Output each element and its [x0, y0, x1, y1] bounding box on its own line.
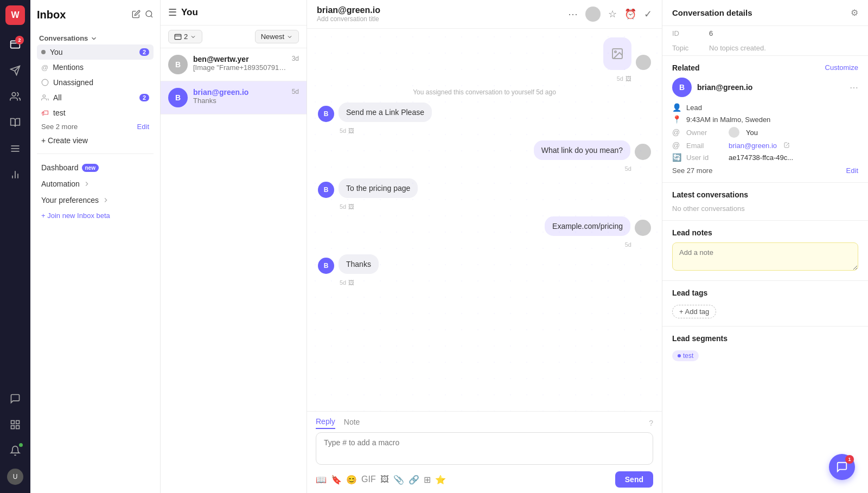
msg-time-2: 5d [340, 127, 346, 134]
chart-nav-icon[interactable] [4, 164, 26, 185]
icon-bar: W 2 U [0, 0, 30, 493]
sidebar-item-mentions[interactable]: @ Mentions [37, 60, 154, 75]
inbox-badge: 2 [15, 36, 24, 44]
contact-edit[interactable]: Edit [846, 167, 858, 175]
rp-add-tag[interactable]: + Add tag [672, 305, 716, 318]
more-options-icon[interactable]: ⋯ [568, 8, 578, 20]
rp-contact-name[interactable]: brian@green.io [697, 83, 844, 92]
msg-row-5: Example.com/pricing [318, 216, 651, 236]
rp-detail-location: 📍 9:43AM in Malmo, Sweden [672, 113, 858, 125]
gif-toolbar-icon[interactable]: GIF [361, 475, 376, 484]
edit-text[interactable]: Edit [137, 123, 149, 131]
msg-avatar-5 [635, 220, 651, 236]
conv-avatar-brian: B [168, 88, 188, 107]
check-icon[interactable]: ✓ [644, 8, 652, 20]
sidebar-beta[interactable]: + Join new Inbox beta [37, 208, 154, 223]
conv-filter-bar: 2 Newest [161, 25, 307, 48]
sidebar-dashboard[interactable]: Dashboard new [37, 159, 154, 176]
conv-count: 2 [184, 33, 188, 41]
rp-contact-menu-icon[interactable]: ⋯ [850, 82, 858, 93]
svg-point-17 [43, 95, 46, 98]
email-value[interactable]: brian@green.io [729, 142, 777, 150]
compose-icon[interactable] [132, 10, 141, 21]
clock-icon[interactable]: ⏰ [624, 8, 636, 20]
star-toolbar-icon[interactable]: ⭐ [435, 475, 446, 485]
sidebar-item-test[interactable]: 🏷 test [37, 105, 154, 120]
sidebar-divider [37, 153, 154, 154]
customize-label[interactable]: Customize [825, 63, 858, 72]
inbox-nav-icon[interactable]: 2 [4, 34, 26, 55]
svg-point-14 [146, 11, 152, 17]
book-toolbar-icon[interactable]: 📖 [316, 475, 327, 485]
msg-bubble-1 [603, 37, 631, 70]
sidebar-automation[interactable]: Automation [37, 176, 154, 192]
user-avatar-icon[interactable]: U [4, 466, 26, 488]
chat-bubble-icon[interactable] [4, 388, 26, 409]
rp-detail-owner: @ Owner You [672, 125, 858, 139]
book-nav-icon[interactable] [4, 112, 26, 133]
msg-avatar-3 [635, 144, 651, 160]
lead-note-input[interactable] [672, 242, 858, 271]
msg-avatar-2: B [318, 106, 334, 122]
sort-label: Newest [261, 33, 284, 41]
svg-point-16 [42, 79, 48, 86]
chat-subtitle[interactable]: Add conversation title [317, 15, 563, 23]
conv-item-brian[interactable]: B brian@green.io Thanks 5d [161, 81, 307, 114]
note-tab[interactable]: Note [344, 418, 360, 428]
sidebar-preferences[interactable]: Your preferences [37, 192, 154, 208]
conv-count-filter[interactable]: 2 [168, 30, 202, 43]
reply-toolbar: 📖 🔖 😊 GIF 🖼 📎 🔗 ⊞ ⭐ Send [316, 471, 653, 488]
rp-see-more[interactable]: See 27 more Edit [672, 167, 858, 175]
image-toolbar-icon[interactable]: 🖼 [380, 475, 389, 484]
conv-preview-brian: Thanks [193, 97, 286, 105]
emoji-toolbar-icon[interactable]: 😊 [346, 475, 357, 485]
conv-item-ben[interactable]: B ben@wertw.yer [Image "Frame+1893507910… [161, 48, 307, 81]
rp-contact-row: B brian@green.io ⋯ [672, 78, 858, 97]
send-nav-icon[interactable] [4, 60, 26, 81]
app-logo[interactable]: W [5, 5, 25, 25]
location-icon: 📍 [672, 115, 682, 124]
sidebar-see-more[interactable]: See 2 more Edit [37, 120, 154, 133]
msg-row-6: B Thanks [318, 254, 651, 274]
sidebar-title-icons [132, 10, 154, 21]
chat-float-button[interactable]: 1 [829, 454, 855, 480]
rp-gear-icon[interactable]: ⚙ [851, 8, 858, 18]
rp-lead-notes: Lead notes [662, 220, 868, 280]
attach-toolbar-icon[interactable]: 📎 [393, 475, 404, 485]
chat-header-actions: ⋯ ☆ ⏰ ✓ [568, 7, 652, 22]
grid-icon[interactable] [4, 414, 26, 436]
search-icon[interactable] [145, 10, 154, 21]
userid-value: ae174738-ffca-49c... [729, 153, 793, 162]
reply-input[interactable] [316, 432, 653, 465]
sidebar-item-all[interactable]: All 2 [37, 90, 154, 105]
list-nav-icon[interactable] [4, 138, 26, 159]
conv-name-brian: brian@green.io [193, 88, 286, 97]
bell-icon[interactable] [4, 440, 26, 462]
send-button[interactable]: Send [615, 471, 653, 488]
sidebar-item-unassigned[interactable]: Unassigned [37, 75, 154, 90]
email-label: Email [686, 142, 724, 150]
reply-tab[interactable]: Reply [316, 417, 335, 429]
segment-label: test [683, 352, 693, 360]
contacts-nav-icon[interactable] [4, 86, 26, 107]
dashboard-label: Dashboard [41, 163, 79, 172]
msg-time-1: 5d [617, 75, 623, 82]
grid-toolbar-icon[interactable]: ⊞ [424, 475, 431, 485]
conv-sort-btn[interactable]: Newest [255, 30, 299, 43]
msg-bubble-4: To the pricing page [339, 178, 418, 198]
conv-info-brian: brian@green.io Thanks [193, 88, 286, 107]
email-icon: @ [672, 141, 682, 150]
link-toolbar-icon[interactable]: 🔗 [409, 475, 419, 485]
automation-label: Automation [41, 180, 80, 188]
sidebar-item-you[interactable]: You 2 [37, 44, 154, 60]
see-27-more: See 27 more [672, 167, 712, 175]
sidebar-create-view[interactable]: + Create view [37, 133, 154, 148]
msg-meta-2: 5d 🖼 [318, 127, 651, 134]
msg-avatar-right-1 [636, 55, 651, 70]
conv-avatar-ben: B [168, 55, 188, 74]
hamburger-icon[interactable]: ☰ [168, 7, 177, 18]
help-icon[interactable]: ? [649, 419, 653, 427]
bookmark-toolbar-icon[interactable]: 🔖 [331, 475, 342, 485]
star-icon[interactable]: ☆ [608, 8, 617, 20]
msg-time-5: 5d [625, 241, 631, 248]
